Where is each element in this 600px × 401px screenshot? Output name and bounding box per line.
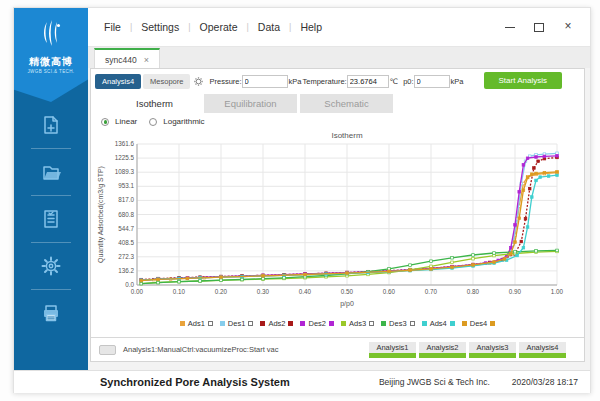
logarithmic-radio[interactable] (149, 118, 157, 126)
legend-item-des1: Des1 (220, 319, 254, 328)
svg-text:1361.6: 1361.6 (115, 140, 135, 147)
legend-item-des3: Des3 (381, 319, 415, 328)
analysis4-button[interactable]: Analysis4 (95, 74, 141, 89)
analysis3-button[interactable]: Analysis3 (469, 342, 516, 358)
datetime: 2020/03/28 18:17 (512, 377, 578, 387)
menu-help[interactable]: Help (300, 21, 322, 33)
tab-label: sync440 (105, 55, 137, 65)
legend-label: Ads2 (268, 319, 285, 328)
svg-text:1.00: 1.00 (551, 288, 564, 295)
settings-gear-icon[interactable] (39, 254, 63, 278)
svg-text:0.00: 0.00 (131, 288, 144, 295)
svg-text:953.1: 953.1 (118, 182, 134, 189)
sidebar-divider (31, 289, 71, 290)
tab-sync440[interactable]: sync440 × (94, 48, 160, 69)
analysis-panel: Analysis4 Mesopore Pressure: kPa Tempera… (90, 68, 585, 362)
maximize-icon[interactable] (533, 21, 545, 33)
svg-text:1089.3: 1089.3 (115, 168, 135, 175)
p0-unit: kPa (451, 77, 464, 86)
tab-equilibration[interactable]: Equilibration (204, 94, 297, 113)
legend-marker-icon (208, 321, 213, 326)
progress-bar (369, 353, 416, 358)
legend-marker-icon (490, 321, 495, 326)
open-file-icon[interactable] (39, 160, 63, 184)
analysis4-button[interactable]: Analysis4 (519, 342, 566, 358)
analysis-button-label: Analysis2 (419, 342, 466, 353)
close-icon[interactable]: × (562, 21, 574, 33)
legend-swatch-icon (180, 321, 185, 326)
legend-marker-icon (248, 321, 253, 326)
analysis-button-label: Analysis4 (519, 342, 566, 353)
legend-label: Ads4 (430, 319, 447, 328)
svg-text:0.30: 0.30 (257, 288, 270, 295)
window-controls: × (504, 21, 590, 33)
pressure-label: Pressure: (209, 77, 241, 86)
legend-item-des4: Des4 (462, 319, 496, 328)
menu-settings[interactable]: Settings (141, 21, 179, 33)
linear-label: Linear (115, 117, 137, 126)
document-tabstrip: sync440 × (88, 46, 590, 68)
legend-item-ads2: Ads2 (260, 319, 293, 328)
mesopore-button[interactable]: Mesopore (143, 74, 190, 89)
legend-marker-icon (369, 321, 374, 326)
legend-swatch-icon (422, 321, 427, 326)
legend-marker-icon (410, 321, 415, 326)
menu-operate[interactable]: Operate (200, 21, 238, 33)
legend-item-ads3: Ads3 (341, 319, 374, 328)
logarithmic-label: Logarithmic (163, 117, 204, 126)
legend-swatch-icon (462, 321, 467, 326)
menu-separator: | (188, 22, 190, 32)
tab-isotherm[interactable]: Isotherm (108, 94, 201, 113)
status-bar: Analysis1:ManualCtrl:vacuumizeProc:Start… (91, 337, 584, 361)
status-message: Analysis1:ManualCtrl:vacuumizeProc:Start… (123, 345, 278, 354)
svg-text:136.2: 136.2 (118, 267, 134, 274)
toolbar: Analysis4 Mesopore Pressure: kPa Tempera… (95, 72, 582, 91)
svg-text:817.0: 817.0 (118, 196, 134, 203)
legend-swatch-icon (300, 321, 305, 326)
gear-icon[interactable] (193, 76, 204, 87)
analysis1-button[interactable]: Analysis1 (369, 342, 416, 358)
legend-swatch-icon (220, 321, 225, 326)
svg-text:0.20: 0.20 (215, 288, 228, 295)
status-indicator-icon (99, 345, 116, 355)
svg-text:1225.5: 1225.5 (115, 154, 135, 161)
legend-swatch-icon (381, 321, 386, 326)
p0-input[interactable] (414, 75, 450, 88)
progress-bar (469, 353, 516, 358)
brand-english: JWGB SCI.& TECH. (14, 68, 88, 75)
legend-swatch-icon (341, 321, 346, 326)
legend-label: Ads1 (188, 319, 205, 328)
new-document-icon[interactable] (39, 113, 63, 137)
linear-radio[interactable] (101, 118, 109, 126)
analysis-progress-buttons: Analysis1Analysis2Analysis3Analysis4 (369, 342, 566, 358)
legend-marker-icon (329, 321, 334, 326)
main-area: File|Settings|Operate|Data|Help × sync44… (88, 8, 590, 370)
tab-schematic[interactable]: Schematic (300, 94, 393, 113)
chart-legend: Ads1Des1Ads2Des2Ads3Des3Ads4Des4 (91, 319, 584, 328)
minimize-icon[interactable] (504, 21, 516, 33)
view-tabs: IsothermEquilibrationSchematic (108, 94, 393, 113)
start-analysis-button[interactable]: Start Analysis (484, 72, 562, 89)
menu-data[interactable]: Data (258, 21, 280, 33)
svg-text:272.3: 272.3 (118, 253, 134, 260)
menu-file[interactable]: File (104, 21, 121, 33)
footer: Synchronized Pore Analysis System Beijin… (14, 370, 590, 393)
temperature-input[interactable] (347, 75, 389, 88)
svg-text:0.40: 0.40 (299, 288, 312, 295)
printer-icon[interactable] (39, 301, 63, 325)
footer-right: Beijing JWGB Sci & Tech Inc. 2020/03/28 … (379, 377, 578, 387)
pressure-input[interactable] (242, 75, 288, 88)
app-title: Synchronized Pore Analysis System (100, 376, 290, 388)
company-name: Beijing JWGB Sci & Tech Inc. (379, 377, 490, 387)
analysis2-button[interactable]: Analysis2 (419, 342, 466, 358)
sidebar-divider (31, 148, 71, 149)
legend-item-ads4: Ads4 (422, 319, 455, 328)
sidebar-divider (31, 195, 71, 196)
legend-label: Des4 (470, 319, 488, 328)
tab-close-icon[interactable]: × (144, 55, 149, 65)
svg-text:0.70: 0.70 (425, 288, 438, 295)
legend-swatch-icon (260, 321, 265, 326)
report-icon[interactable] (39, 207, 63, 231)
legend-label: Des3 (389, 319, 407, 328)
svg-text:680.8: 680.8 (118, 211, 134, 218)
